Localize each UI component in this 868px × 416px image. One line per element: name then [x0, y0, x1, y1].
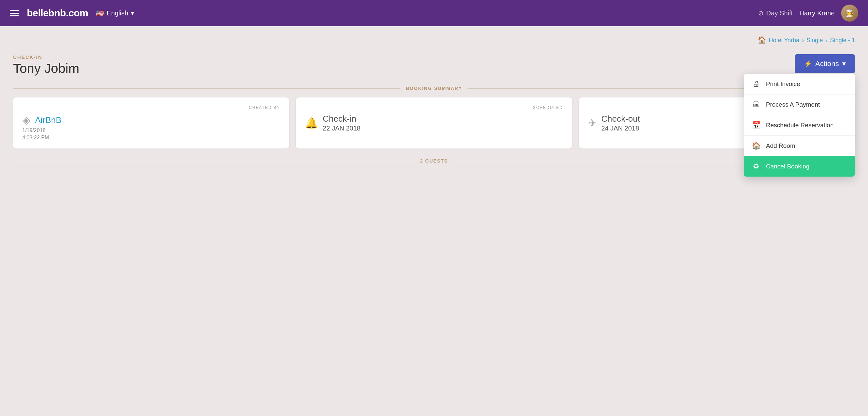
shift-label-text: Day Shift — [766, 9, 793, 17]
guests-divider-line-left — [13, 161, 415, 161]
language-selector[interactable]: 🇺🇸 English ▾ — [96, 9, 134, 17]
airbnb-icon: ◈ — [22, 114, 30, 126]
guest-name: Tony Jobim — [13, 61, 79, 76]
print-icon: 🖨 — [751, 80, 761, 88]
airbnb-info: AirBnB — [35, 115, 62, 125]
brand-logo: bellebnb.com — [27, 7, 88, 19]
created-by-card: CREATED BY ◈ AirBnB 1/19/2018 4:03:22 PM — [13, 97, 289, 149]
flag-icon: 🇺🇸 — [96, 9, 104, 17]
bank-icon: 🏛 — [751, 100, 761, 109]
page-header: CHECK-IN Tony Jobim ⚡ Actions ▾ 🖨 Print … — [13, 54, 855, 76]
actions-label: Actions — [815, 60, 839, 68]
created-time: 4:03:22 PM — [22, 135, 280, 140]
guest-info: CHECK-IN Tony Jobim — [13, 54, 79, 76]
booking-cards: CREATED BY ◈ AirBnB 1/19/2018 4:03:22 PM… — [13, 97, 855, 149]
house-icon: 🏠 — [751, 141, 761, 150]
calendar-icon: 📅 — [751, 121, 761, 129]
cancel-booking-label: Cancel Booking — [766, 163, 809, 170]
checkout-title: Check-out — [601, 114, 640, 124]
actions-dropdown: 🖨 Print Invoice 🏛 Process A Payment 📅 Re… — [744, 74, 855, 177]
booking-summary-label: BOOKING SUMMARY — [406, 86, 462, 91]
avatar-icon: 👨‍🍳 — [846, 9, 854, 17]
cancel-booking-item[interactable]: ♻ Cancel Booking — [744, 156, 855, 177]
language-label: English — [107, 9, 128, 17]
chevron-down-icon: ▾ — [842, 60, 846, 68]
reschedule-item[interactable]: 📅 Reschedule Reservation — [744, 115, 855, 136]
recycle-icon: ♻ — [751, 162, 761, 171]
add-room-label: Add Room — [766, 142, 795, 150]
chevron-down-icon: ▾ — [131, 9, 134, 17]
bell-icon: 🔔 — [305, 117, 318, 129]
header-left: bellebnb.com 🇺🇸 English ▾ — [10, 7, 134, 19]
reschedule-label: Reschedule Reservation — [766, 122, 834, 129]
process-payment-label: Process A Payment — [766, 101, 820, 108]
breadcrumb-sep-2: › — [826, 37, 828, 44]
main-content: 🏠 Hotel Yorba › Single › Single - 1 CHEC… — [0, 26, 868, 173]
checkin-scheduled-label: SCHEDULED — [305, 105, 563, 110]
created-by-label: CREATED BY — [22, 105, 280, 110]
checkin-title: Check-in — [322, 114, 361, 124]
divider-line-left — [13, 88, 400, 89]
process-payment-item[interactable]: 🏛 Process A Payment — [744, 95, 855, 115]
breadcrumb-room[interactable]: Single - 1 — [830, 37, 855, 44]
booking-summary-divider: BOOKING SUMMARY — [13, 86, 855, 91]
breadcrumb-room-type[interactable]: Single — [806, 37, 823, 44]
actions-wrapper: ⚡ Actions ▾ 🖨 Print Invoice 🏛 Process A … — [795, 54, 855, 73]
actions-button[interactable]: ⚡ Actions ▾ — [795, 54, 855, 73]
airbnb-row: ◈ AirBnB — [22, 114, 280, 126]
created-date: 1/19/2018 — [22, 128, 280, 133]
print-invoice-label: Print Invoice — [766, 81, 800, 88]
bolt-icon: ⚡ — [804, 60, 812, 68]
breadcrumb: 🏠 Hotel Yorba › Single › Single - 1 — [13, 36, 855, 44]
header: bellebnb.com 🇺🇸 English ▾ ⊙ Day Shift Ha… — [0, 0, 868, 26]
source-name: AirBnB — [35, 115, 62, 125]
checkin-card: SCHEDULED 🔔 Check-in 22 JAN 2018 — [296, 97, 572, 149]
shift-info: ⊙ Day Shift — [758, 9, 793, 17]
hamburger-menu[interactable] — [10, 10, 19, 17]
user-name: Harry Krane — [799, 9, 835, 17]
breadcrumb-hotel[interactable]: Hotel Yorba — [769, 37, 799, 44]
guests-divider: 2 GUESTS — [13, 158, 855, 163]
print-invoice-item[interactable]: 🖨 Print Invoice — [744, 74, 855, 95]
breadcrumb-sep-1: › — [802, 37, 804, 44]
checkout-info: Check-out 24 JAN 2018 — [601, 114, 640, 132]
plane-icon: ✈ — [588, 117, 597, 129]
checkin-label: CHECK-IN — [13, 54, 79, 60]
header-right: ⊙ Day Shift Harry Krane 👨‍🍳 — [758, 5, 858, 22]
checkout-date: 24 JAN 2018 — [601, 125, 640, 132]
shift-icon: ⊙ — [758, 9, 764, 17]
add-room-item[interactable]: 🏠 Add Room — [744, 136, 855, 156]
checkin-info: Check-in 22 JAN 2018 — [322, 114, 361, 132]
guests-label: 2 GUESTS — [420, 158, 448, 163]
checkin-row: 🔔 Check-in 22 JAN 2018 — [305, 114, 563, 132]
home-icon: 🏠 — [757, 36, 766, 44]
checkin-date: 22 JAN 2018 — [322, 125, 361, 132]
avatar: 👨‍🍳 — [841, 5, 858, 22]
